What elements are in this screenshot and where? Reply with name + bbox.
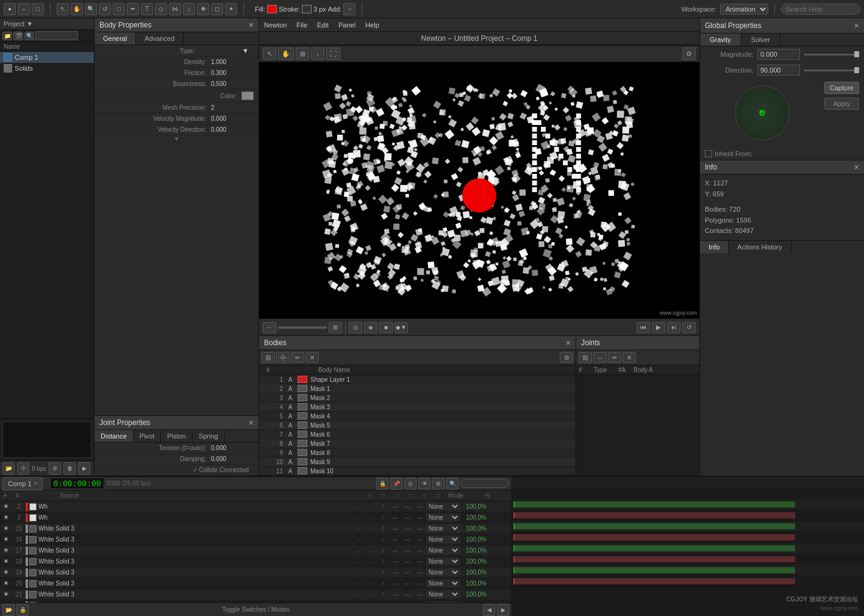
- rect-tool[interactable]: □: [113, 3, 125, 15]
- tl-guide-btn[interactable]: 📌: [390, 478, 402, 490]
- body-row-3[interactable]: 3 A Mask 2: [259, 393, 576, 403]
- search-input[interactable]: [781, 4, 860, 15]
- timeline-comp-tab[interactable]: Comp 1 ×: [2, 477, 43, 490]
- layer-2-sw4[interactable]: —: [390, 503, 401, 511]
- menu-edit[interactable]: Edit: [317, 21, 329, 29]
- layer-16-vis[interactable]: ☀: [0, 535, 12, 543]
- new-item-icon[interactable]: 🎬: [13, 32, 23, 40]
- fit-view[interactable]: ⊞: [329, 322, 342, 333]
- skip-start-btn[interactable]: ⏮: [637, 322, 650, 333]
- body-row-2[interactable]: 2 A Mask 1: [259, 384, 576, 393]
- layer-2-sw6[interactable]: —: [414, 503, 425, 511]
- bodies-add-btn[interactable]: ➕: [276, 352, 290, 363]
- sidebar-item-solids[interactable]: Solids: [0, 63, 94, 74]
- tl-collapse-btn[interactable]: ⊞: [432, 478, 444, 490]
- tab-general[interactable]: General: [95, 32, 136, 45]
- bpc-add[interactable]: ➕: [17, 462, 29, 475]
- joint-tab-distance[interactable]: Distance: [95, 430, 134, 442]
- layer-17-vis[interactable]: ☀: [0, 546, 12, 554]
- layer-3-mode[interactable]: None: [426, 514, 460, 521]
- layer-2-sw2[interactable]: -: [365, 503, 376, 511]
- search-project-icon[interactable]: 🔍: [24, 32, 34, 40]
- settings-btn[interactable]: ⚙: [682, 48, 696, 60]
- timeline-time[interactable]: 0:00:00:00: [50, 478, 104, 489]
- close-btn[interactable]: ●: [4, 3, 16, 15]
- tl-bottom-btn3[interactable]: ◀: [483, 604, 495, 616]
- body-props-close[interactable]: ×: [249, 20, 254, 30]
- info-tab-info[interactable]: Info: [700, 241, 729, 253]
- layer-15-mode[interactable]: None: [426, 525, 460, 532]
- color-display-btn[interactable]: ■: [379, 322, 393, 333]
- tl-bottom-btn2[interactable]: 🔒: [16, 604, 29, 616]
- timeline-comp-close[interactable]: ×: [34, 480, 38, 487]
- layer-20-mode[interactable]: None: [426, 579, 460, 587]
- play-btn[interactable]: ▶: [652, 322, 665, 333]
- fill-color[interactable]: [267, 5, 277, 13]
- bodies-close[interactable]: ×: [566, 338, 571, 348]
- menu-newton[interactable]: Newton: [264, 21, 287, 29]
- body-row-11[interactable]: 11 A Mask 10: [259, 467, 576, 476]
- bodies-del-btn[interactable]: ✕: [305, 352, 319, 363]
- layer-16-mode[interactable]: None: [426, 535, 460, 543]
- layer-2-sw3[interactable]: /: [377, 503, 388, 511]
- joint-tab-spring[interactable]: Spring: [193, 430, 225, 442]
- layer-21-mode[interactable]: None: [426, 590, 460, 598]
- layer-2-mode[interactable]: None: [426, 503, 460, 510]
- body-row-7[interactable]: 7 A Mask 6: [259, 430, 576, 439]
- menu-help[interactable]: Help: [365, 21, 379, 29]
- layer-19-mode[interactable]: None: [426, 568, 460, 576]
- toggle-switches-label[interactable]: Toggle Switches / Modes: [222, 606, 290, 613]
- project-search[interactable]: [35, 31, 78, 40]
- shape-tool[interactable]: ◇: [155, 3, 167, 15]
- clone-tool[interactable]: ❖: [197, 3, 209, 15]
- joint-tab-pivot[interactable]: Pivot: [134, 430, 161, 442]
- global-props-close[interactable]: ×: [854, 21, 859, 30]
- gravity-visualizer[interactable]: [735, 85, 790, 140]
- workspace-select[interactable]: Animation: [720, 4, 768, 15]
- joints-del-btn[interactable]: ✕: [623, 352, 636, 363]
- body-row-9[interactable]: 9 A Mask 8: [259, 448, 576, 457]
- loop-btn[interactable]: ↺: [682, 322, 696, 333]
- body-row-4[interactable]: 4 A Mask 3: [259, 403, 576, 412]
- new-folder-icon[interactable]: 📁: [2, 32, 12, 40]
- scroll-down[interactable]: ▼: [95, 135, 259, 142]
- playback-zoom[interactable]: ←: [263, 322, 276, 333]
- select-tool-btn[interactable]: ↖: [263, 48, 276, 60]
- bpc-arrow[interactable]: ▶: [78, 462, 90, 475]
- hand-tool[interactable]: ✋: [71, 3, 83, 15]
- joints-edit-btn[interactable]: ✏: [608, 352, 621, 363]
- layer-18-mode[interactable]: None: [426, 557, 460, 565]
- body-row-6[interactable]: 6 A Mask 5: [259, 421, 576, 430]
- info-close[interactable]: ×: [854, 162, 859, 172]
- layer-19-vis[interactable]: ☀: [0, 568, 12, 576]
- tl-lock-btn[interactable]: 🔒: [376, 478, 388, 490]
- layer-3-vis[interactable]: ☀: [0, 514, 12, 521]
- eraser-tool[interactable]: ◻: [211, 3, 223, 15]
- tl-solo-btn[interactable]: ◎: [404, 478, 416, 490]
- bodies-settings2[interactable]: ⚙: [560, 352, 573, 363]
- global-tab-solver[interactable]: Solver: [741, 34, 780, 46]
- render-quality-btn[interactable]: ◈: [364, 322, 377, 333]
- magnitude-input[interactable]: [757, 49, 800, 60]
- motion-blur-btn[interactable]: ◎: [349, 322, 362, 333]
- body-row-1[interactable]: 1 A Shape Layer 1: [259, 375, 576, 384]
- tl-bottom-btn4[interactable]: ▶: [497, 604, 509, 616]
- overlay-btn[interactable]: ◆▼: [395, 322, 408, 333]
- apply-button[interactable]: Apply: [824, 98, 859, 110]
- layer-21-vis[interactable]: ☀: [0, 590, 12, 598]
- sidebar-item-comp1[interactable]: Comp 1: [0, 52, 94, 63]
- fullscreen-btn[interactable]: ⛶: [326, 48, 340, 60]
- text-tool[interactable]: T: [141, 3, 153, 15]
- color-swatch[interactable]: [241, 91, 254, 100]
- direction-input[interactable]: [757, 65, 800, 76]
- bpc-settings[interactable]: ⚙: [49, 462, 61, 475]
- bodies-link-btn[interactable]: ⛓: [262, 352, 275, 363]
- global-tab-gravity[interactable]: Gravity: [700, 34, 741, 46]
- menu-panel[interactable]: Panel: [338, 21, 355, 29]
- layer-2-sw5[interactable]: —: [402, 503, 413, 511]
- tab-advanced[interactable]: Advanced: [136, 32, 184, 45]
- tl-bottom-btn1[interactable]: 📂: [2, 604, 15, 616]
- add-btn[interactable]: ○: [343, 3, 355, 15]
- layer-20-vis[interactable]: ☀: [0, 579, 12, 587]
- arrow-tool[interactable]: ↖: [57, 3, 69, 15]
